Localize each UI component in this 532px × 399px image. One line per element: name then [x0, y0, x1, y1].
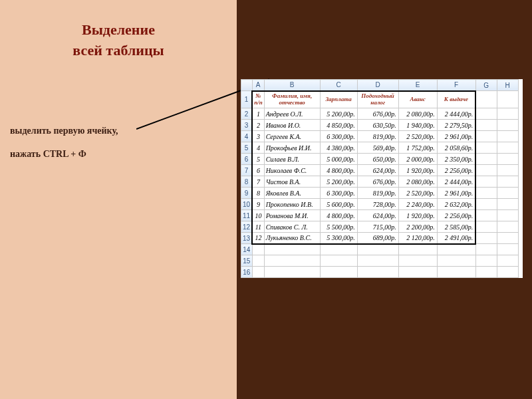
- cell[interactable]: [475, 267, 497, 278]
- row-header[interactable]: 4: [241, 131, 253, 142]
- cell[interactable]: Прокопенко И.В.: [264, 199, 320, 210]
- row-header[interactable]: 16: [241, 267, 253, 278]
- cell[interactable]: 2 632,00р.: [437, 199, 475, 210]
- cell[interactable]: [497, 142, 518, 154]
- cell[interactable]: [475, 120, 497, 131]
- col-A[interactable]: A: [252, 80, 264, 91]
- cell[interactable]: [475, 91, 497, 108]
- cell[interactable]: [320, 267, 357, 278]
- cell[interactable]: Сергеев К.А.: [264, 131, 320, 142]
- cell[interactable]: 4 800,00р.: [320, 165, 357, 176]
- cell[interactable]: [264, 255, 320, 267]
- cell[interactable]: Зарплата: [320, 91, 357, 108]
- row-header[interactable]: 12: [241, 221, 253, 233]
- cell[interactable]: [497, 154, 518, 165]
- cell[interactable]: Силаев В.Л.: [264, 154, 320, 165]
- cell[interactable]: 4 800,00р.: [320, 210, 357, 221]
- cell[interactable]: [475, 233, 497, 244]
- row-header[interactable]: 6: [241, 154, 253, 165]
- cell[interactable]: Яковлев В.А.: [264, 188, 320, 199]
- col-E[interactable]: E: [398, 80, 437, 91]
- cell[interactable]: 5 200,00р.: [320, 108, 357, 120]
- cell[interactable]: Чистов В.А.: [264, 176, 320, 188]
- cell[interactable]: [475, 108, 497, 120]
- cell[interactable]: 2 585,00р.: [437, 221, 475, 233]
- cell[interactable]: [264, 267, 320, 278]
- cell[interactable]: [320, 255, 357, 267]
- cell[interactable]: [320, 244, 357, 255]
- cell[interactable]: 2: [252, 120, 264, 131]
- cell[interactable]: 6: [252, 165, 264, 176]
- cell[interactable]: 5 200,00р.: [320, 176, 357, 188]
- col-C[interactable]: C: [320, 80, 357, 91]
- cell[interactable]: 2 350,00р.: [437, 154, 475, 165]
- cell[interactable]: [252, 255, 264, 267]
- cell[interactable]: Иванов И.О.: [264, 120, 320, 131]
- row-header[interactable]: 13: [241, 233, 253, 244]
- col-B[interactable]: B: [264, 80, 320, 91]
- cell[interactable]: 624,00р.: [357, 210, 398, 221]
- cell[interactable]: [437, 244, 475, 255]
- cell[interactable]: 728,00р.: [357, 199, 398, 210]
- cell[interactable]: 2 058,60р.: [437, 142, 475, 154]
- cell[interactable]: 1 920,00р.: [398, 165, 437, 176]
- cell[interactable]: 819,00р.: [357, 131, 398, 142]
- cell[interactable]: 11: [252, 221, 264, 233]
- cell[interactable]: [497, 91, 518, 108]
- cell[interactable]: 1 920,00р.: [398, 210, 437, 221]
- row-header[interactable]: 8: [241, 176, 253, 188]
- cell[interactable]: 2 000,00р.: [398, 154, 437, 165]
- cell[interactable]: 2 520,00р.: [398, 131, 437, 142]
- cell[interactable]: 624,00р.: [357, 165, 398, 176]
- cell[interactable]: [357, 267, 398, 278]
- cell[interactable]: [252, 244, 264, 255]
- cell[interactable]: 2 444,00р.: [437, 108, 475, 120]
- cell[interactable]: Подоходный налог: [357, 91, 398, 108]
- cell[interactable]: [497, 188, 518, 199]
- cell[interactable]: 676,00р.: [357, 176, 398, 188]
- cell[interactable]: [497, 108, 518, 120]
- cell[interactable]: [437, 267, 475, 278]
- cell[interactable]: 2 240,00р.: [398, 199, 437, 210]
- cell[interactable]: Николаев Ф.С.: [264, 165, 320, 176]
- select-all-corner[interactable]: [241, 80, 253, 91]
- row-header[interactable]: 3: [241, 120, 253, 131]
- cell[interactable]: 6 300,00р.: [320, 188, 357, 199]
- cell[interactable]: [497, 221, 518, 233]
- cell[interactable]: [437, 255, 475, 267]
- cell[interactable]: [497, 233, 518, 244]
- cell[interactable]: [398, 255, 437, 267]
- cell[interactable]: 819,00р.: [357, 188, 398, 199]
- cell[interactable]: [497, 176, 518, 188]
- cell[interactable]: 676,00р.: [357, 108, 398, 120]
- cell[interactable]: [475, 142, 497, 154]
- cell[interactable]: № п/п: [252, 91, 264, 108]
- cell[interactable]: [497, 255, 518, 267]
- cell[interactable]: 630,50р.: [357, 120, 398, 131]
- cell[interactable]: 5 300,00р.: [320, 233, 357, 244]
- cell[interactable]: [398, 267, 437, 278]
- cell[interactable]: 2 520,00р.: [398, 188, 437, 199]
- cell[interactable]: [475, 154, 497, 165]
- cell[interactable]: 6 300,00р.: [320, 131, 357, 142]
- cell[interactable]: 1: [252, 108, 264, 120]
- row-header[interactable]: 11: [241, 210, 253, 221]
- cell[interactable]: [475, 176, 497, 188]
- cell[interactable]: 1 940,00р.: [398, 120, 437, 131]
- row-header[interactable]: 15: [241, 255, 253, 267]
- cell[interactable]: [497, 165, 518, 176]
- cell[interactable]: [475, 188, 497, 199]
- col-F[interactable]: F: [437, 80, 475, 91]
- cell[interactable]: 650,00р.: [357, 154, 398, 165]
- cell[interactable]: 689,00р.: [357, 233, 398, 244]
- cell[interactable]: Спиваков С. Л.: [264, 221, 320, 233]
- cell[interactable]: 5 600,00р.: [320, 199, 357, 210]
- cell[interactable]: Романова М.И.: [264, 210, 320, 221]
- cell[interactable]: Андреев О.Л.: [264, 108, 320, 120]
- row-header[interactable]: 2: [241, 108, 253, 120]
- row-header[interactable]: 5: [241, 142, 253, 154]
- cell[interactable]: [497, 131, 518, 142]
- cell[interactable]: 2 080,00р.: [398, 108, 437, 120]
- cell[interactable]: 3: [252, 131, 264, 142]
- cell[interactable]: 2 961,00р.: [437, 188, 475, 199]
